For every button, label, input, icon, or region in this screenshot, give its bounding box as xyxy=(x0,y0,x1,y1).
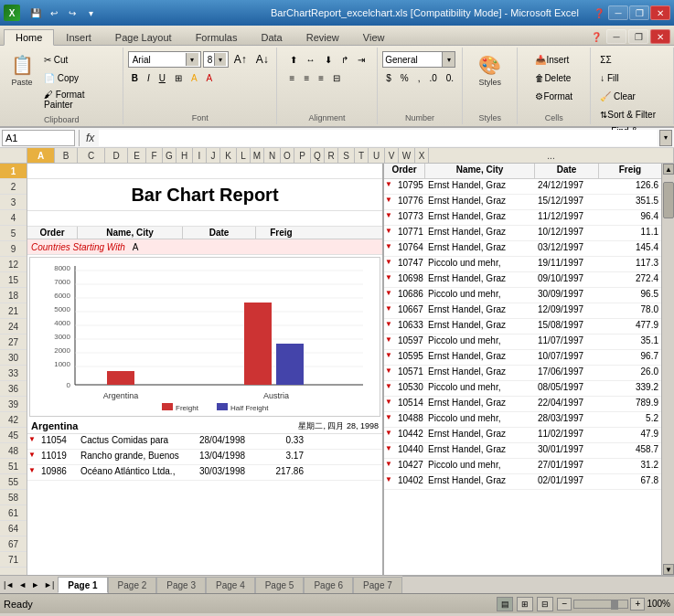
sheet-tab-6[interactable]: Page 7 xyxy=(353,577,402,593)
ribbon-close-btn[interactable]: ✕ xyxy=(650,29,670,44)
paste-button[interactable]: 📋 Paste xyxy=(5,51,38,90)
row-9[interactable]: 9 xyxy=(0,241,27,257)
text-direction-btn[interactable]: ↱ xyxy=(337,51,352,68)
col-header-m[interactable]: M xyxy=(251,148,264,163)
close-btn[interactable]: ✕ xyxy=(650,5,670,20)
autosum-btn[interactable]: Σ Σ xyxy=(596,51,615,68)
col-header-q[interactable]: Q xyxy=(311,148,325,163)
row-55[interactable]: 55 xyxy=(0,474,27,490)
number-format-dropdown[interactable]: General ▾ xyxy=(382,51,455,68)
col-header-t[interactable]: T xyxy=(355,148,369,163)
normal-view-btn[interactable]: ▤ xyxy=(497,597,513,611)
col-header-i[interactable]: I xyxy=(193,148,207,163)
scroll-thumb[interactable] xyxy=(663,182,674,218)
ribbon-minimize-btn[interactable]: ─ xyxy=(606,29,626,44)
tab-insert[interactable]: Insert xyxy=(54,29,103,45)
align-right-btn[interactable]: ≡ xyxy=(315,69,327,86)
col-header-more[interactable]: ... xyxy=(429,148,674,163)
row-33[interactable]: 33 xyxy=(0,366,27,381)
sheet-tab-0[interactable]: Page 1 xyxy=(58,577,107,593)
copy-button[interactable]: 📄 Copy xyxy=(40,69,117,86)
align-center-btn[interactable]: ≡ xyxy=(300,69,313,86)
col-header-r[interactable]: R xyxy=(325,148,338,163)
col-header-n[interactable]: N xyxy=(264,148,281,163)
row-24[interactable]: 24 xyxy=(0,319,27,335)
font-dropdown-arrow[interactable]: ▾ xyxy=(186,53,198,66)
ribbon-help-btn[interactable]: ❓ xyxy=(588,28,604,45)
row-30[interactable]: 30 xyxy=(0,350,27,366)
row-15[interactable]: 15 xyxy=(0,272,27,288)
row-2[interactable]: 2 xyxy=(0,179,27,195)
qa-dropdown-btn[interactable]: ▾ xyxy=(82,5,99,21)
page-break-view-btn[interactable]: ⊟ xyxy=(537,597,553,611)
tab-view[interactable]: View xyxy=(351,29,397,45)
save-quick-btn[interactable]: 💾 xyxy=(27,5,44,21)
scroll-down-btn[interactable]: ▼ xyxy=(663,564,674,575)
tab-next-btn[interactable]: ► xyxy=(29,580,41,589)
comma-btn[interactable]: , xyxy=(414,69,424,86)
insert-cells-btn[interactable]: 📥 Insert xyxy=(531,51,572,68)
col-header-a[interactable]: A xyxy=(27,148,55,163)
col-header-j[interactable]: J xyxy=(207,148,220,163)
row-48[interactable]: 48 xyxy=(0,443,27,459)
align-top-btn[interactable]: ⬆ xyxy=(286,51,301,68)
col-header-b[interactable]: B xyxy=(55,148,78,163)
col-header-s[interactable]: S xyxy=(338,148,355,163)
col-header-w[interactable]: W xyxy=(399,148,415,163)
sheet-tab-5[interactable]: Page 6 xyxy=(304,577,353,593)
col-header-h[interactable]: H xyxy=(177,148,193,163)
percent-btn[interactable]: % xyxy=(397,69,412,86)
page-layout-view-btn[interactable]: ⊞ xyxy=(517,597,533,611)
row-5[interactable]: 5 xyxy=(0,226,27,241)
styles-button[interactable]: 🎨 Styles xyxy=(474,51,507,90)
row-45[interactable]: 45 xyxy=(0,428,27,443)
horizontal-scrollbar[interactable] xyxy=(402,576,674,589)
minimize-btn[interactable]: ─ xyxy=(608,5,628,20)
row-51[interactable]: 51 xyxy=(0,459,27,474)
currency-btn[interactable]: $ xyxy=(382,69,395,86)
merge-btn[interactable]: ⊟ xyxy=(329,69,344,86)
formula-input[interactable] xyxy=(99,130,658,146)
row-64[interactable]: 64 xyxy=(0,521,27,536)
formula-expand-btn[interactable]: ▾ xyxy=(659,130,672,146)
font-name-dropdown[interactable]: Arial ▾ xyxy=(128,51,201,68)
row-1[interactable]: 1 xyxy=(0,164,27,179)
increase-decimal-btn[interactable]: .0 xyxy=(425,69,440,86)
name-box[interactable]: A1 xyxy=(2,130,75,146)
decrease-font-btn[interactable]: A↓ xyxy=(252,51,273,68)
tab-formulas[interactable]: Formulas xyxy=(184,29,250,45)
sheet-tab-4[interactable]: Page 5 xyxy=(255,577,305,593)
cut-button[interactable]: ✂ Cut xyxy=(40,51,117,68)
indent-btn[interactable]: ⇥ xyxy=(354,51,369,68)
col-header-l[interactable]: L xyxy=(237,148,251,163)
row-21[interactable]: 21 xyxy=(0,303,27,319)
fill-btn[interactable]: ↓ Fill xyxy=(596,69,623,86)
undo-quick-btn[interactable]: ↩ xyxy=(46,5,62,21)
clear-btn[interactable]: 🧹 Clear xyxy=(596,88,639,104)
row-71[interactable]: 71 xyxy=(0,552,27,568)
italic-btn[interactable]: I xyxy=(144,69,154,86)
tab-review[interactable]: Review xyxy=(294,29,351,45)
restore-btn[interactable]: ❐ xyxy=(629,5,649,20)
tab-home[interactable]: Home xyxy=(4,29,54,46)
font-size-dropdown[interactable]: 8 ▾ xyxy=(203,51,229,68)
underline-btn[interactable]: U xyxy=(155,69,169,86)
scroll-up-btn[interactable]: ▲ xyxy=(663,164,674,175)
zoom-slider[interactable] xyxy=(573,600,628,609)
row-67[interactable]: 67 xyxy=(0,536,27,552)
col-header-v[interactable]: V xyxy=(385,148,399,163)
sort-filter-btn[interactable]: ⇅ Sort & Filter xyxy=(596,106,659,122)
sheet-tab-3[interactable]: Page 4 xyxy=(206,577,255,593)
col-header-c[interactable]: C xyxy=(78,148,105,163)
redo-quick-btn[interactable]: ↪ xyxy=(64,5,80,21)
fx-button[interactable]: fx xyxy=(83,132,97,144)
fill-color-btn[interactable]: A xyxy=(187,69,201,86)
align-middle-btn[interactable]: ↔ xyxy=(303,51,319,68)
ribbon-restore-btn[interactable]: ❐ xyxy=(628,29,648,44)
tab-prev-btn[interactable]: ◄ xyxy=(16,580,28,589)
row-61[interactable]: 61 xyxy=(0,505,27,521)
vertical-scrollbar[interactable]: ▲ ▼ xyxy=(661,164,674,575)
help-btn[interactable]: ❓ xyxy=(591,5,607,21)
row-42[interactable]: 42 xyxy=(0,412,27,428)
row-39[interactable]: 39 xyxy=(0,397,27,412)
